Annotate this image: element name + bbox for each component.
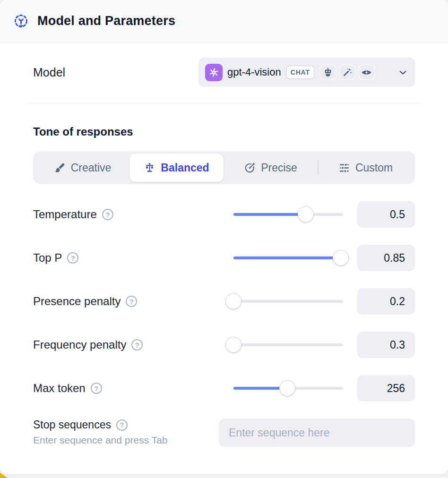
param-row-top-p: Top P ? 0.85 — [33, 245, 415, 271]
frequency-penalty-value[interactable]: 0.3 — [357, 332, 415, 358]
slider-thumb[interactable] — [333, 250, 348, 265]
param-label: Max token — [33, 382, 86, 395]
tone-option-custom[interactable]: Custom — [319, 154, 413, 182]
assistant-robot-icon — [319, 64, 336, 80]
top-p-slider[interactable] — [233, 250, 343, 266]
model-parameters-icon — [13, 13, 29, 29]
max-token-value[interactable]: 256 — [357, 375, 415, 401]
param-label-group: Top P ? — [33, 251, 233, 265]
model-row: Model gpt-4-vision CH — [33, 58, 415, 87]
model-label: Model — [33, 66, 65, 79]
slider-thumb[interactable] — [280, 381, 295, 396]
slider-track — [233, 300, 343, 303]
frequency-penalty-slider[interactable] — [233, 337, 343, 353]
sliders-icon — [338, 162, 350, 174]
presence-penalty-slider[interactable] — [233, 293, 343, 309]
stop-sequences-row: Stop sequences ? Enter sequence and pres… — [33, 418, 415, 447]
tone-option-precise[interactable]: Precise — [224, 154, 318, 182]
help-icon[interactable]: ? — [102, 209, 113, 220]
paintbrush-icon — [54, 162, 66, 174]
help-icon[interactable]: ? — [116, 419, 128, 431]
max-token-slider[interactable] — [233, 380, 343, 396]
param-label: Temperature — [33, 208, 97, 221]
slider-track — [233, 343, 343, 346]
stop-sequences-helper: Enter sequence and press Tab — [33, 435, 167, 446]
tone-option-label: Precise — [261, 162, 297, 174]
help-icon[interactable]: ? — [67, 252, 78, 264]
selected-model-name: gpt-4-vision — [227, 66, 281, 78]
param-row-temperature: Temperature ? 0.5 — [33, 201, 415, 228]
panel-title: Model and Parameters — [37, 14, 175, 28]
help-icon[interactable]: ? — [91, 383, 102, 394]
param-label: Presence penalty — [33, 295, 121, 308]
model-parameters-panel: Model and Parameters Model — [0, 0, 448, 474]
balance-scale-icon — [144, 162, 155, 174]
stop-sequence-input[interactable] — [219, 418, 415, 447]
param-label-group: Max token ? — [33, 382, 233, 395]
param-row-frequency-penalty: Frequency penalty ? 0.3 — [33, 332, 415, 358]
param-label-group: Temperature ? — [33, 208, 233, 221]
panel-header: Model and Parameters — [0, 0, 448, 43]
model-select-dropdown[interactable]: gpt-4-vision CHAT — [198, 58, 415, 87]
help-icon[interactable]: ? — [126, 296, 137, 307]
param-label: Frequency penalty — [33, 338, 126, 351]
param-label-group: Frequency penalty ? — [33, 338, 233, 351]
temperature-value[interactable]: 0.5 — [357, 201, 415, 228]
tone-heading: Tone of responses — [33, 125, 415, 138]
model-capability-icons — [319, 64, 375, 80]
target-icon — [244, 162, 256, 174]
param-row-presence-penalty: Presence penalty ? 0.2 — [33, 288, 415, 315]
top-p-value[interactable]: 0.85 — [357, 245, 415, 271]
openai-logo — [205, 64, 223, 81]
param-label: Top P — [33, 251, 62, 265]
tone-option-label: Balanced — [161, 162, 209, 174]
presence-penalty-value[interactable]: 0.2 — [357, 288, 415, 315]
slider-fill — [233, 256, 341, 259]
slider-fill — [233, 387, 287, 390]
tone-option-creative[interactable]: Creative — [35, 154, 129, 182]
temperature-slider[interactable] — [233, 206, 343, 222]
param-label-group: Presence penalty ? — [33, 295, 233, 308]
slider-thumb[interactable] — [226, 294, 241, 309]
slider-thumb[interactable] — [226, 337, 241, 352]
slider-thumb[interactable] — [298, 207, 313, 222]
stop-sequences-label: Stop sequences — [33, 418, 111, 431]
magic-wand-icon — [339, 64, 356, 80]
slider-fill — [233, 213, 306, 216]
model-type-badge: CHAT — [286, 65, 315, 79]
chevron-down-icon[interactable] — [397, 67, 408, 78]
param-row-max-token: Max token ? 256 — [33, 375, 415, 401]
tone-option-label: Custom — [355, 162, 393, 174]
help-icon[interactable]: ? — [131, 339, 143, 350]
vision-eye-icon — [358, 64, 375, 80]
tone-option-balanced[interactable]: Balanced — [129, 154, 224, 182]
stop-sequences-label-group: Stop sequences ? Enter sequence and pres… — [33, 418, 167, 446]
divider — [27, 103, 421, 103]
tone-option-label: Creative — [71, 162, 112, 174]
tone-segmented-control: Creative Balanced — [33, 151, 415, 184]
